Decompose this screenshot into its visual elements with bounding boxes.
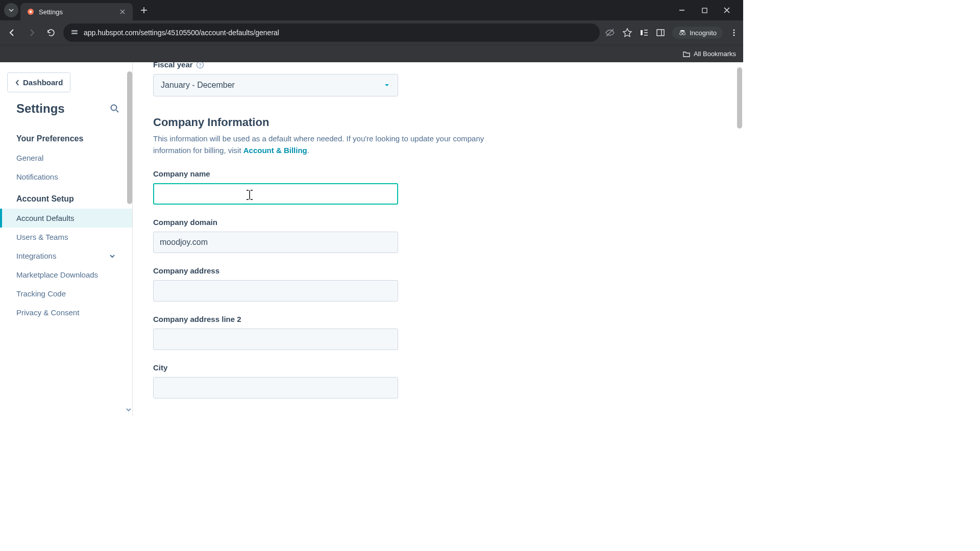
fiscal-year-label: Fiscal year ?: [153, 62, 521, 69]
main-content: Fiscal year ? January - December Company…: [133, 62, 743, 416]
preferences-section-label: Your Preferences: [0, 126, 132, 148]
sidebar-item-users-teams[interactable]: Users & Teams: [0, 228, 132, 246]
chevron-left-icon: [15, 79, 20, 86]
sidebar-scrollbar[interactable]: [127, 71, 132, 204]
city-field: City: [153, 363, 521, 398]
svg-rect-6: [657, 30, 664, 36]
svg-text:?: ?: [199, 62, 202, 67]
company-name-input[interactable]: [153, 183, 398, 205]
browser-menu-button[interactable]: [730, 29, 738, 37]
bookmark-star-button[interactable]: [622, 28, 632, 38]
account-billing-link[interactable]: Account & Billing: [243, 146, 307, 155]
plus-icon: [140, 7, 148, 14]
account-setup-section-label: Account Setup: [0, 186, 132, 209]
svg-point-8: [683, 33, 685, 35]
sidebar-item-integrations[interactable]: Integrations: [0, 246, 132, 265]
browser-tab[interactable]: Settings: [20, 3, 133, 20]
hubspot-favicon-icon: [27, 8, 35, 16]
caret-down-icon: [383, 82, 390, 89]
window-controls: [676, 4, 739, 16]
minimize-icon: [679, 7, 685, 13]
company-address-label: Company address: [153, 266, 521, 275]
settings-search-button[interactable]: [110, 104, 120, 114]
arrow-right-icon: [27, 28, 36, 37]
company-address-2-input[interactable]: [153, 329, 398, 350]
fiscal-year-value: January - December: [161, 81, 235, 90]
sidebar-item-general[interactable]: General: [0, 148, 132, 167]
svg-point-9: [733, 30, 735, 31]
company-info-heading: Company Information: [153, 116, 521, 129]
bookmarks-bar: All Bookmarks: [0, 45, 743, 62]
side-panel-icon[interactable]: [656, 28, 665, 37]
company-name-field: Company name: [153, 169, 521, 205]
site-settings-icon: [70, 29, 79, 37]
company-domain-input[interactable]: [153, 232, 398, 253]
settings-sidebar: Dashboard Settings Your Preferences Gene…: [0, 62, 133, 416]
city-input[interactable]: [153, 377, 398, 398]
media-control-icon[interactable]: [640, 28, 649, 37]
incognito-icon: [678, 29, 687, 37]
settings-header: Settings: [0, 102, 132, 126]
svg-rect-3: [71, 30, 78, 32]
svg-point-11: [733, 35, 735, 36]
incognito-label: Incognito: [690, 29, 717, 37]
settings-title: Settings: [16, 102, 65, 116]
main-scrollbar[interactable]: [737, 67, 742, 129]
search-icon: [110, 104, 120, 114]
close-icon: [724, 7, 730, 13]
city-label: City: [153, 363, 521, 372]
chevron-down-icon: [8, 7, 14, 13]
sidebar-item-account-defaults[interactable]: Account Defaults: [0, 209, 132, 228]
svg-point-10: [733, 32, 735, 34]
close-window-button[interactable]: [721, 4, 733, 16]
dashboard-label: Dashboard: [23, 78, 63, 87]
url-bar[interactable]: app.hubspot.com/settings/45105500/accoun…: [63, 23, 600, 42]
help-icon[interactable]: ?: [196, 62, 204, 69]
tab-bar: Settings: [0, 0, 743, 20]
svg-rect-2: [702, 8, 707, 13]
svg-rect-4: [71, 33, 78, 34]
star-icon: [622, 28, 632, 38]
browser-chrome: Settings app.hubspot.com/settings/451055…: [0, 0, 743, 62]
company-address-2-label: Company address line 2: [153, 315, 521, 323]
all-bookmarks-label: All Bookmarks: [694, 50, 736, 58]
tab-title: Settings: [39, 8, 114, 16]
tab-close-button[interactable]: [118, 8, 127, 16]
dashboard-back-link[interactable]: Dashboard: [7, 72, 70, 92]
all-bookmarks-button[interactable]: All Bookmarks: [682, 50, 736, 58]
sidebar-item-marketplace-downloads[interactable]: Marketplace Downloads: [0, 265, 132, 284]
app-page: Dashboard Settings Your Preferences Gene…: [0, 62, 743, 416]
close-icon: [120, 9, 125, 14]
arrow-left-icon: [8, 28, 17, 37]
folder-icon: [682, 50, 691, 58]
svg-rect-5: [641, 30, 643, 35]
kebab-menu-icon: [730, 29, 738, 37]
incognito-badge[interactable]: Incognito: [672, 27, 723, 39]
url-text: app.hubspot.com/settings/45105500/accoun…: [84, 29, 279, 37]
reload-icon: [46, 28, 56, 37]
maximize-icon: [702, 8, 707, 13]
svg-point-7: [680, 33, 682, 35]
tab-search-dropdown[interactable]: [4, 3, 18, 17]
sidebar-scroll-down-icon[interactable]: [125, 406, 132, 413]
fiscal-year-select[interactable]: January - December: [153, 74, 398, 96]
sidebar-item-tracking-code[interactable]: Tracking Code: [0, 284, 132, 303]
address-bar: app.hubspot.com/settings/45105500/accoun…: [0, 20, 743, 45]
svg-point-12: [111, 105, 117, 111]
forward-button[interactable]: [24, 26, 39, 40]
sidebar-item-privacy-consent[interactable]: Privacy & Consent: [0, 303, 132, 322]
maximize-button[interactable]: [698, 4, 710, 16]
svg-point-1: [30, 11, 32, 13]
back-button[interactable]: [5, 26, 19, 40]
company-address-2-field: Company address line 2: [153, 315, 521, 350]
company-name-label: Company name: [153, 169, 521, 178]
reload-button[interactable]: [44, 26, 58, 40]
sidebar-item-notifications[interactable]: Notifications: [0, 167, 132, 186]
company-address-field: Company address: [153, 266, 521, 302]
company-address-input[interactable]: [153, 280, 398, 302]
chevron-down-icon: [109, 253, 116, 260]
company-domain-label: Company domain: [153, 218, 521, 227]
minimize-button[interactable]: [676, 4, 688, 16]
eye-blocked-icon[interactable]: [605, 28, 615, 38]
new-tab-button[interactable]: [137, 3, 151, 17]
